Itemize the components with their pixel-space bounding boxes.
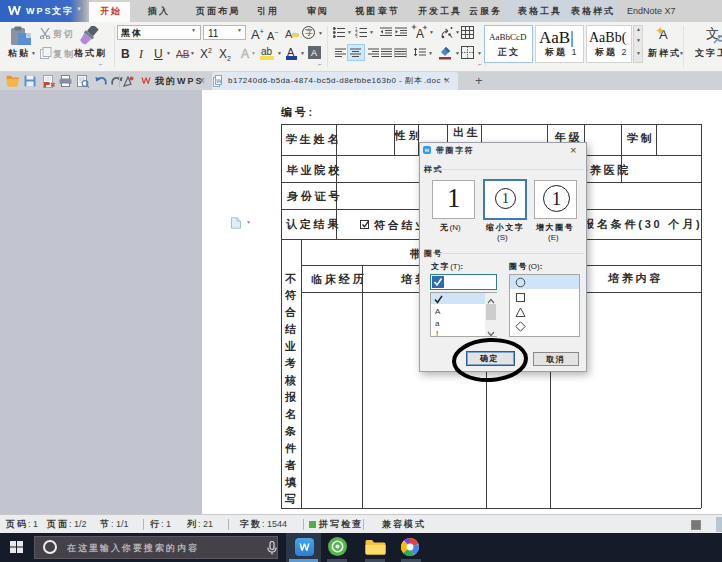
svg-text:3: 3 (355, 35, 358, 38)
svg-text:W: W (216, 78, 222, 84)
